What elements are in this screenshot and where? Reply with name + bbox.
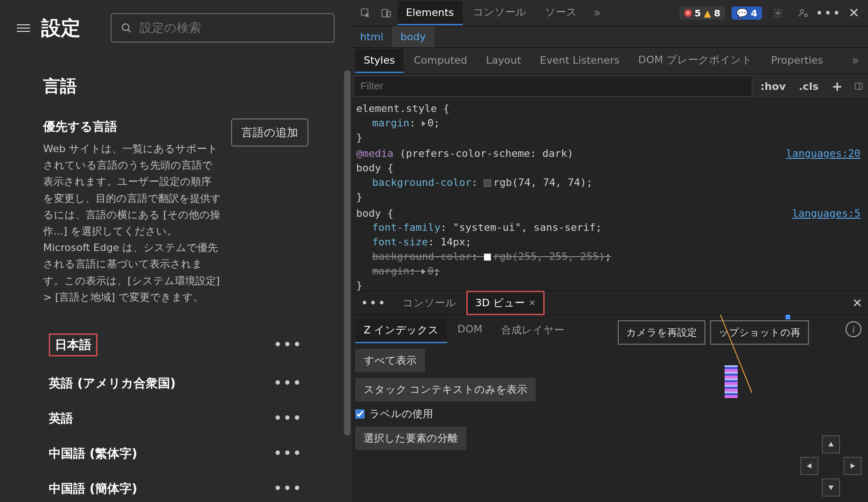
css-property[interactable]: background-color [372,251,471,262]
subtab-compositing[interactable]: 合成レイヤー [493,318,573,343]
hamburger-menu-icon[interactable] [17,22,30,35]
more-actions-icon[interactable]: ••• [274,338,303,352]
new-style-rule-icon[interactable]: + [825,75,849,98]
drawer-tab-label: 3D ビュー [475,296,525,310]
css-value[interactable]: rgb(255, 255, 255) [493,251,605,262]
dom-breadcrumb: html body [352,26,868,48]
language-item[interactable]: 英語 (アメリカ合衆国) ••• [43,366,308,401]
tab-elements[interactable]: Elements [397,1,463,25]
language-item[interactable]: 日本語 ••• [43,324,308,366]
use-labels-checkbox[interactable]: ラベルの使用 [355,407,608,421]
media-condition: (prefers-color-scheme: dark) [400,148,574,159]
device-toggle-icon[interactable] [377,4,396,22]
scrollbar-thumb[interactable] [344,70,351,436]
3d-viewport[interactable]: カメラを再設定 ップショットの再 i [612,315,868,502]
more-actions-icon[interactable]: ••• [274,376,303,390]
styles-panel[interactable]: element.style { margin: 0; } languages:2… [352,99,868,291]
svg-rect-8 [855,83,862,89]
inspect-element-icon[interactable] [356,4,375,22]
css-value[interactable]: 0 [427,265,434,277]
css-property[interactable]: margin [372,117,409,129]
drawer-more-icon[interactable]: ••• [355,296,392,310]
warning-count: 8 [714,7,720,19]
use-labels-input[interactable] [355,409,365,419]
language-item[interactable]: 中国語 (簡体字) ••• [43,471,308,502]
styles-filter-row: :hov .cls + [352,74,868,99]
css-property[interactable]: font-family [372,221,441,233]
source-link[interactable]: languages:5 [792,207,861,221]
settings-search-box[interactable] [111,13,335,43]
add-language-button[interactable]: 言語の追加 [231,118,308,147]
more-options-icon[interactable]: ••• [819,4,838,22]
subtab-dom-breakpoints[interactable]: DOM ブレークポイント [630,47,761,74]
more-actions-icon[interactable]: ••• [274,446,303,460]
pan-right-button[interactable] [844,457,861,475]
subtab-event-listeners[interactable]: Event Listeners [531,49,628,73]
expand-triangle-icon[interactable] [422,269,426,274]
subtab-computed[interactable]: Computed [405,49,476,73]
css-value[interactable]: rgb(74, 74, 74) [493,177,586,188]
feedback-icon[interactable] [794,4,813,22]
css-property[interactable]: background-color [372,177,471,188]
more-actions-icon[interactable]: ••• [274,411,303,425]
language-item[interactable]: 英語 ••• [43,401,308,436]
separate-selected-button[interactable]: 選択した要素の分離 [355,427,466,450]
css-value[interactable]: 0 [427,117,434,129]
settings-pane: 設定 言語 優先する言語 Web サイトは、一覧にあるサポートされている言語のう… [0,0,352,502]
svg-point-5 [777,12,779,15]
css-selector: body { [356,162,393,174]
search-icon [121,22,132,34]
css-property[interactable]: margin [372,265,409,277]
drawer-tabs: ••• コンソール 3D ビュー ✕ ✕ [352,291,868,315]
drawer-tab-console[interactable]: コンソール [395,292,464,314]
close-drawer-icon[interactable]: ✕ [852,296,862,310]
preferred-languages-description: Web サイトは、一覧にあるサポートされている言語のうち先頭の言語で表示されます… [43,140,222,305]
pan-up-button[interactable] [822,436,840,453]
styles-subtabs: Styles Computed Layout Event Listeners D… [352,48,868,74]
close-tab-icon[interactable]: ✕ [529,298,536,308]
toggle-sidebar-icon[interactable] [849,77,868,96]
devtools-pane: Elements コンソール ソース ✕5 ▲8 💬4 ••• ✕ html [352,0,868,502]
pan-left-button[interactable] [801,457,818,475]
cls-toggle[interactable]: .cls [792,77,825,96]
css-rule[interactable]: languages:5 body { font-family: "system-… [356,207,863,291]
more-subtabs-icon[interactable] [846,52,864,70]
settings-gear-icon[interactable] [769,4,787,22]
hov-toggle[interactable]: :hov [754,77,793,96]
drawer-controls: Z インデックス DOM 合成レイヤー すべて表示 スタック コンテキストのみを… [352,315,612,502]
tab-console[interactable]: コンソール [464,0,535,26]
error-warning-badge[interactable]: ✕5 ▲8 [680,7,725,20]
drawer-tab-3d-view[interactable]: 3D ビュー ✕ [466,291,545,315]
color-swatch-icon[interactable] [484,179,491,187]
subtab-z-index[interactable]: Z インデックス [355,318,447,343]
css-brace: } [356,191,362,203]
css-value[interactable]: 14px [441,236,465,248]
styles-filter-input[interactable] [353,76,752,96]
issues-badge[interactable]: 💬4 [732,7,762,20]
show-all-button[interactable]: すべて表示 [355,349,425,372]
tab-sources[interactable]: ソース [537,0,585,26]
settings-body: 言語 優先する言語 Web サイトは、一覧にあるサポートされている言語のうち先頭… [0,56,352,502]
language-item[interactable]: 中国語 (繁体字) ••• [43,436,308,471]
subtab-layout[interactable]: Layout [478,49,530,73]
source-link[interactable]: languages:20 [786,147,861,161]
close-devtools-icon[interactable]: ✕ [845,4,863,22]
css-value[interactable]: "system-ui", sans-serif [453,221,596,233]
css-property[interactable]: font-size [372,236,428,248]
subtab-styles[interactable]: Styles [355,49,404,73]
section-title-languages: 言語 [43,75,308,98]
breadcrumb-body[interactable]: body [392,26,434,47]
language-name: 中国語 (簡体字) [49,480,137,497]
stacking-context-only-button[interactable]: スタック コンテキストのみを表示 [355,378,536,401]
expand-triangle-icon[interactable] [422,121,426,126]
settings-search-input[interactable] [140,21,324,35]
more-tabs-icon[interactable] [587,4,606,22]
subtab-dom[interactable]: DOM [449,318,491,343]
subtab-properties[interactable]: Properties [763,49,831,73]
color-swatch-icon[interactable] [484,253,491,261]
breadcrumb-html[interactable]: html [352,26,392,47]
css-rule[interactable]: element.style { margin: 0; } [356,102,863,145]
css-rule[interactable]: languages:20 @media (prefers-color-schem… [356,147,863,204]
pan-down-button[interactable] [822,479,840,496]
more-actions-icon[interactable]: ••• [274,481,303,495]
